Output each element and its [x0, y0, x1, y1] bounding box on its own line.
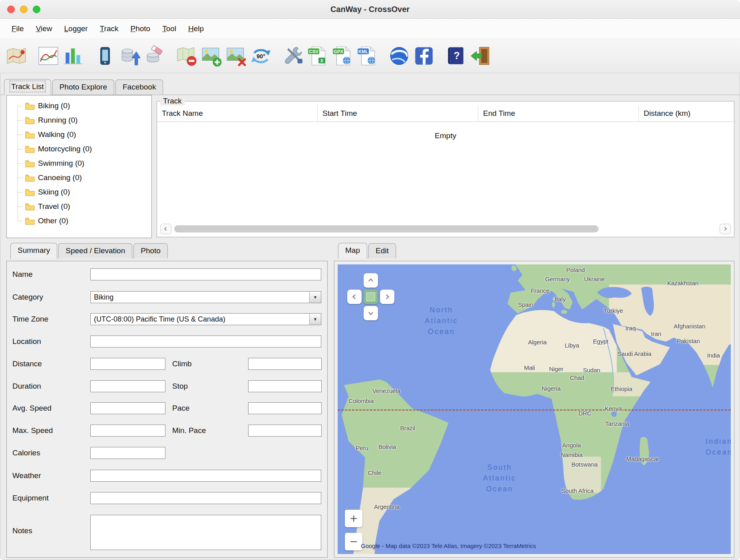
equator-line — [338, 409, 731, 411]
tree-item-canoeing[interactable]: Canoeing (0) — [7, 171, 151, 185]
duration-input[interactable] — [90, 380, 165, 392]
export-gpx-button[interactable]: GPX — [330, 42, 355, 70]
chevron-left-icon — [163, 226, 169, 232]
folder-icon — [25, 188, 35, 196]
track-map-button[interactable] — [4, 42, 29, 70]
folder-icon — [25, 116, 35, 124]
toolbar: 90° CSVX GPX KML ? — [0, 39, 740, 73]
column-start-time[interactable]: Start Time — [318, 105, 478, 121]
facebook-upload-button[interactable] — [412, 42, 436, 70]
dropdown-arrow-icon[interactable]: ▼ — [309, 292, 321, 303]
svg-text:X: X — [320, 58, 324, 63]
scroll-left-button[interactable] — [160, 224, 171, 234]
exit-button[interactable] — [468, 42, 493, 70]
min-pace-input[interactable] — [248, 425, 322, 437]
tree-item-motorcycling[interactable]: Motorcycling (0) — [7, 142, 151, 156]
zoom-out-button[interactable]: − — [345, 533, 362, 550]
remove-photo-button[interactable] — [224, 42, 249, 70]
climb-input[interactable] — [248, 358, 322, 370]
stop-label: Stop — [172, 380, 188, 392]
menu-track[interactable]: Track — [94, 21, 125, 37]
tab-summary[interactable]: Summary — [10, 243, 57, 259]
lower-area: Summary Speed / Elevation Photo Name Cat… — [0, 243, 740, 558]
max-speed-input[interactable] — [90, 425, 165, 437]
tab-edit[interactable]: Edit — [368, 243, 396, 258]
column-end-time[interactable]: End Time — [478, 105, 639, 121]
tree-item-other[interactable]: Other (0) — [7, 214, 151, 228]
location-input[interactable] — [90, 336, 321, 348]
menu-logger[interactable]: Logger — [58, 21, 93, 37]
settings-tools-button[interactable] — [280, 42, 305, 70]
map-tab-strip: Map Edit — [334, 243, 734, 258]
speed-elevation-chart-button[interactable] — [36, 42, 61, 70]
tree-item-walking[interactable]: Walking (0) — [7, 127, 151, 142]
rotate-photo-button[interactable]: 90° — [249, 42, 273, 70]
pan-up-button[interactable] — [364, 273, 378, 288]
help-button[interactable]: ? — [444, 42, 468, 70]
tree-item-swimming[interactable]: Swimming (0) — [7, 156, 151, 171]
chevron-up-icon — [366, 276, 375, 285]
pan-right-button[interactable] — [380, 290, 394, 304]
scroll-right-button[interactable] — [720, 224, 731, 234]
import-data-button[interactable] — [117, 42, 142, 70]
remove-track-from-map-button[interactable] — [174, 42, 199, 70]
time-zone-value: (UTC-08:00) Pacific Time (US & Canada) — [91, 315, 309, 324]
tab-photo[interactable]: Photo — [133, 243, 168, 258]
time-zone-select[interactable]: (UTC-08:00) Pacific Time (US & Canada) ▼ — [90, 313, 321, 325]
tab-map[interactable]: Map — [338, 243, 367, 259]
pan-left-button[interactable] — [347, 290, 362, 304]
menu-file[interactable]: File — [6, 21, 30, 37]
notes-input[interactable] — [90, 515, 321, 550]
add-photo-button[interactable] — [199, 42, 224, 70]
google-earth-button[interactable] — [387, 42, 412, 70]
svg-text:GPX: GPX — [334, 49, 343, 54]
clear-data-button[interactable] — [142, 42, 167, 70]
menu-photo[interactable]: Photo — [124, 21, 156, 37]
export-csv-button[interactable]: CSVX — [305, 42, 330, 70]
map-overview-thumbnail[interactable] — [364, 290, 378, 304]
stop-input[interactable] — [248, 380, 322, 392]
weather-input[interactable] — [90, 470, 321, 482]
category-label: Category — [12, 291, 43, 303]
max-speed-label: Max. Speed — [12, 425, 53, 437]
dropdown-arrow-icon[interactable]: ▼ — [309, 314, 321, 325]
zoom-in-button[interactable]: + — [345, 510, 362, 527]
tree-item-travel[interactable]: Travel (0) — [7, 199, 151, 214]
scrollbar-thumb[interactable] — [174, 225, 599, 232]
name-input[interactable] — [90, 268, 321, 280]
calories-input[interactable] — [90, 447, 165, 459]
erase-data-icon — [144, 45, 165, 67]
tree-item-running[interactable]: Running (0) — [7, 113, 151, 127]
equipment-label: Equipment — [12, 492, 49, 504]
time-zone-label: Time Zone — [12, 313, 48, 325]
chevron-right-icon — [722, 226, 728, 232]
map-canvas[interactable]: PolandGermanyUkraineKazakhstanFranceSpai… — [338, 264, 731, 554]
tree-item-skiing[interactable]: Skiing (0) — [7, 185, 151, 199]
climb-label: Climb — [172, 358, 192, 370]
add-photo-icon — [201, 45, 222, 67]
map-attribution: Google - Map data ©2023 Tele Atlas, Imag… — [361, 542, 536, 549]
tab-speed-elevation[interactable]: Speed / Elevation — [58, 243, 132, 258]
tree-item-biking[interactable]: Biking (0) — [7, 99, 151, 113]
tab-track-list[interactable]: Track List — [4, 79, 51, 95]
distance-input[interactable] — [90, 358, 165, 370]
menu-view[interactable]: View — [30, 21, 58, 37]
track-empty-text: Empty — [157, 131, 734, 140]
column-distance[interactable]: Distance (km) — [639, 105, 734, 121]
export-kml-button[interactable]: KML — [355, 42, 380, 70]
menu-help[interactable]: Help — [182, 21, 210, 37]
column-track-name[interactable]: Track Name — [157, 105, 318, 121]
mobile-device-icon — [94, 45, 116, 67]
avg-speed-input[interactable] — [90, 402, 165, 414]
statistics-chart-button[interactable] — [61, 42, 86, 70]
scrollbar-groove[interactable] — [173, 224, 718, 234]
category-select[interactable]: Biking ▼ — [90, 291, 321, 303]
rotate-90-icon: 90° — [250, 45, 272, 67]
detail-tab-strip: Summary Speed / Elevation Photo — [6, 243, 328, 258]
calories-label: Calories — [12, 447, 40, 459]
pace-input[interactable] — [248, 402, 322, 414]
equipment-input[interactable] — [90, 492, 321, 504]
device-download-button[interactable] — [93, 42, 117, 70]
menu-tool[interactable]: Tool — [156, 21, 182, 37]
pan-down-button[interactable] — [364, 306, 378, 320]
